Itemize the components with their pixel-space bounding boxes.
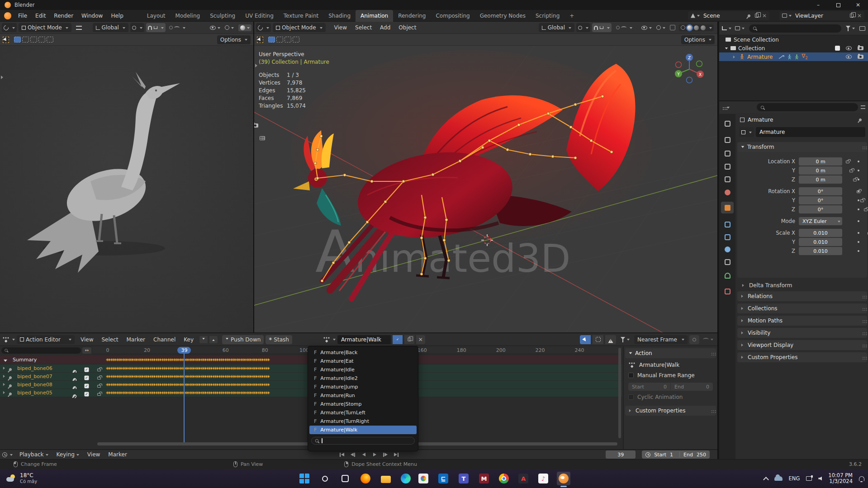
pivot-selector[interactable] (130, 23, 144, 32)
hide-icon[interactable] (846, 46, 852, 50)
weather-widget[interactable]: 18°C Có mây (3, 471, 41, 486)
unlink-scene-icon[interactable]: ✕ (762, 13, 767, 19)
new-collection-button[interactable] (859, 26, 865, 31)
properties-tab-world[interactable] (721, 186, 734, 198)
properties-tab-modifiers[interactable] (721, 218, 734, 230)
play-button[interactable] (370, 451, 379, 458)
move-down-button[interactable] (199, 336, 208, 343)
filter-dropdown[interactable] (846, 26, 855, 31)
snap-toggle[interactable] (146, 23, 166, 32)
channel-lock-icon[interactable] (97, 393, 101, 396)
blender-menu-icon[interactable] (4, 12, 11, 19)
properties-search[interactable] (757, 103, 858, 111)
dropdown-item-armature-turnright[interactable]: FArmature|TurnRight (309, 417, 417, 426)
pin-icon[interactable] (9, 376, 12, 379)
mode-selector[interactable]: Action Editor (17, 335, 75, 344)
timeline-menu-keying[interactable]: Keying (52, 449, 83, 460)
dropdown-item-armature-back[interactable]: FArmature|Back (309, 348, 417, 357)
section-custom-properties[interactable]: Custom Properties (737, 352, 867, 362)
toolbar-expand-icon[interactable] (1, 76, 5, 79)
properties-tab-scene[interactable] (721, 173, 734, 185)
scene-name[interactable]: Scene (703, 13, 748, 19)
action-selector[interactable] (323, 336, 336, 343)
hamburger-menu-icon[interactable] (76, 26, 82, 30)
maximize-button[interactable] (828, 3, 848, 7)
outliner-row-collection[interactable]: Collection (719, 44, 868, 52)
taskbar-app-file-explorer[interactable] (379, 472, 393, 485)
prop-value-field[interactable]: 0 m (799, 166, 842, 175)
expand-icon[interactable] (3, 367, 6, 370)
select-mode-extend[interactable] (276, 37, 283, 43)
properties-tab-render[interactable] (721, 134, 734, 146)
animate-dot[interactable] (858, 179, 859, 180)
section-viewport-display[interactable]: Viewport Display (737, 340, 867, 350)
lock-icon[interactable] (864, 208, 868, 211)
prop-value-field[interactable]: 0 m (799, 175, 842, 184)
xray-toggle[interactable] (670, 25, 675, 30)
editor-type-selector[interactable] (722, 26, 731, 31)
select-mode-subtract[interactable] (30, 37, 37, 43)
channel-checkbox[interactable]: ✓ (85, 384, 89, 389)
action-name-field[interactable]: Armature|Walk (337, 335, 391, 344)
dopesheet-menu-marker[interactable]: Marker (123, 334, 149, 345)
collection-checkbox[interactable] (835, 46, 840, 51)
action-panel-header[interactable]: Action (625, 348, 716, 358)
expand-icon[interactable] (733, 55, 736, 58)
pin-icon[interactable] (9, 368, 12, 371)
custom-properties-header[interactable]: Custom Properties (625, 406, 716, 416)
fake-user-button[interactable]: ✓ (393, 335, 403, 344)
dopesheet-menu-view[interactable]: View (76, 334, 97, 345)
workspace-tab-texture-paint[interactable]: Texture Paint (279, 10, 323, 22)
taskbar-app-anydesk[interactable]: A (517, 472, 530, 485)
dropdown-item-armature-eat[interactable]: FArmature|Eat (309, 357, 417, 365)
prop-value-field[interactable]: XYZ Euler (799, 217, 842, 225)
start-value[interactable]: 1 (670, 452, 673, 458)
pin-icon[interactable] (747, 14, 751, 17)
overlays-toggle[interactable] (225, 25, 234, 30)
expand-search-button[interactable]: ↔ (82, 347, 91, 354)
viewport-main-canvas[interactable]: Animated3D (254, 46, 717, 332)
jump-to-end-button[interactable] (391, 451, 401, 458)
expand-icon[interactable] (3, 383, 6, 386)
unlink-action-button[interactable]: ✕ (416, 335, 425, 344)
taskbar-app-word[interactable]: M (477, 472, 491, 485)
menu-help[interactable]: Help (107, 10, 127, 21)
hidden-filter-toggle[interactable] (593, 335, 603, 344)
properties-tab-view-layer[interactable] (721, 161, 734, 172)
vertical-scrollbar[interactable] (618, 348, 621, 438)
new-scene-icon[interactable] (755, 14, 759, 18)
viewlayer-name[interactable]: ViewLayer (795, 13, 850, 19)
workspace-tab-uv-editing[interactable]: UV Editing (240, 10, 279, 22)
workspace-tab-rendering[interactable]: Rendering (393, 10, 431, 22)
end-value[interactable]: 250 (697, 452, 706, 458)
show-gizmo-toggle[interactable] (210, 25, 220, 30)
onedrive-icon[interactable] (774, 476, 783, 481)
menu-edit[interactable]: Edit (31, 10, 50, 21)
expand-icon[interactable] (725, 47, 728, 50)
next-keyframe-button[interactable] (380, 451, 390, 458)
ortho-toggle-icon[interactable] (260, 136, 265, 140)
dropdown-item-armature-stomp[interactable]: FArmature|Stomp (309, 400, 417, 408)
prop-value-field[interactable]: 0° (799, 205, 842, 213)
show-gizmo-toggle[interactable] (641, 25, 652, 30)
falloff-dropdown[interactable] (703, 337, 713, 342)
modifier-wrench-icon[interactable] (72, 395, 76, 398)
expand-icon[interactable] (3, 391, 6, 394)
disable-render-icon[interactable] (858, 46, 863, 50)
snap-mode-dropdown[interactable]: Nearest Frame (634, 335, 688, 344)
channel-search-field[interactable] (1, 347, 81, 354)
editor-type-selector[interactable] (2, 23, 17, 32)
mode-selector[interactable]: Object Mode (273, 23, 326, 32)
hide-icon[interactable] (846, 55, 852, 59)
viewport-menu-add[interactable]: Add (376, 22, 394, 33)
play-reverse-button[interactable] (359, 451, 369, 458)
pin-icon[interactable] (9, 384, 12, 388)
editor-type-selector[interactable] (722, 105, 730, 110)
taskbar-app-chrome[interactable] (497, 472, 511, 485)
prop-value-field[interactable]: 0° (799, 196, 842, 204)
lock-icon[interactable] (853, 179, 857, 181)
notification-bell-icon[interactable] (859, 476, 864, 481)
editor-type-selector[interactable] (2, 336, 15, 343)
taskbar-app-teams[interactable]: T (457, 472, 470, 485)
channel-checkbox[interactable]: ✓ (85, 368, 89, 372)
